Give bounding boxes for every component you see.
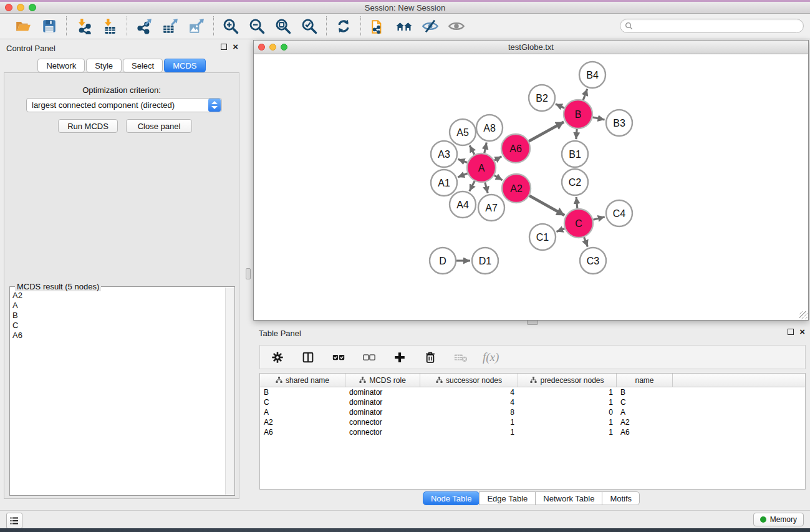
memory-button[interactable]: Memory (753, 513, 804, 526)
save-session-icon[interactable] (41, 17, 58, 35)
zoom-out-icon[interactable] (248, 17, 266, 35)
mcds-result-item[interactable]: C (11, 321, 224, 331)
search-input[interactable] (633, 21, 803, 32)
graph-edge-A2-C[interactable] (529, 196, 564, 216)
graph-edge-A6-B[interactable] (529, 122, 564, 142)
table-cell[interactable]: 4 (420, 387, 518, 397)
zoom-in-icon[interactable] (222, 17, 239, 35)
run-mcds-button[interactable]: Run MCDS (58, 119, 118, 133)
tab-network-table[interactable]: Network Table (535, 491, 602, 505)
table-cell[interactable]: A6 (260, 427, 345, 437)
graph-edge-A-A2[interactable] (494, 175, 503, 180)
table-cell[interactable]: 1 (518, 397, 617, 407)
export-table-icon[interactable] (162, 17, 179, 35)
export-network-icon[interactable] (135, 17, 153, 35)
graph-edge-B-B4[interactable] (583, 89, 587, 100)
float-table-panel-icon[interactable] (788, 329, 794, 335)
result-scrollbar[interactable] (225, 288, 234, 495)
optimization-criterion-select[interactable]: largest connected component (directed) (26, 98, 222, 112)
column-header-name[interactable]: name (617, 374, 673, 387)
network-canvas[interactable]: B4B2BB3A5A8A6A3AB1A1A2C2A4A7C4CC1C3DD1 (254, 54, 808, 320)
table-cell[interactable]: A2 (260, 417, 345, 427)
graph-edge-A-A3[interactable] (458, 159, 468, 162)
network-window-titlebar[interactable]: testGlobe.txt (254, 41, 808, 54)
table-settings-icon[interactable] (269, 349, 286, 366)
column-layout-icon[interactable] (299, 349, 317, 366)
export-image-icon[interactable] (188, 17, 205, 35)
table-row[interactable]: A6connector11A6 (260, 427, 805, 437)
window-titlebar[interactable]: Session: New Session (0, 2, 810, 14)
vertical-splitter-handle[interactable] (246, 268, 251, 279)
table-cell[interactable]: 1 (420, 417, 518, 427)
first-neighbors-icon[interactable] (395, 17, 413, 35)
open-session-icon[interactable] (14, 17, 32, 35)
table-cell[interactable]: 8 (420, 407, 518, 417)
table-cell[interactable]: A6 (617, 427, 673, 437)
zoom-fit-icon[interactable] (274, 17, 292, 35)
select-all-columns-icon[interactable] (330, 349, 347, 366)
search-box[interactable] (620, 19, 804, 33)
create-column-icon[interactable] (391, 349, 408, 366)
table-cell[interactable]: C (260, 397, 345, 407)
table-cell[interactable]: A (617, 407, 673, 417)
table-cell[interactable]: A2 (617, 417, 673, 427)
table-row[interactable]: A2connector11A2 (260, 417, 805, 427)
table-cell[interactable]: dominator (345, 387, 420, 397)
column-header-predecessor-nodes[interactable]: predecessor nodes (518, 374, 617, 387)
table-cell[interactable]: B (617, 387, 673, 397)
tab-motifs[interactable]: Motifs (602, 491, 640, 505)
tab-select[interactable]: Select (123, 59, 163, 72)
tab-style[interactable]: Style (86, 59, 122, 72)
window-resize-grip[interactable] (799, 311, 808, 319)
graph-edge-C-C1[interactable] (556, 229, 564, 232)
graph-edge-B-B2[interactable] (556, 104, 564, 108)
table-cell[interactable]: 1 (518, 427, 617, 437)
graph-edge-C-C4[interactable] (593, 217, 604, 220)
show-all-icon[interactable] (448, 17, 465, 35)
table-cell[interactable]: connector (345, 417, 420, 427)
close-panel-button[interactable]: Close panel (126, 119, 192, 133)
graph-edge-A-A4[interactable] (470, 181, 475, 191)
graph-edge-A-A7[interactable] (485, 182, 488, 193)
graph-edge-B-B3[interactable] (592, 117, 604, 120)
table-cell[interactable]: 0 (518, 407, 617, 417)
hide-selection-icon[interactable] (422, 17, 439, 35)
table-cell[interactable]: B (260, 387, 345, 397)
table-cell[interactable]: 1 (518, 387, 617, 397)
refresh-icon[interactable] (335, 17, 352, 35)
zoom-selected-icon[interactable] (301, 17, 318, 35)
mcds-result-item[interactable]: A (11, 301, 224, 311)
float-panel-icon[interactable] (221, 44, 227, 50)
tab-edge-table[interactable]: Edge Table (479, 491, 536, 505)
mcds-result-item[interactable]: A2 (11, 291, 224, 301)
table-cell[interactable]: 1 (518, 417, 617, 427)
close-table-panel-icon[interactable]: × (799, 329, 805, 335)
new-network-from-file-icon[interactable] (369, 17, 387, 35)
table-cell[interactable]: 1 (420, 427, 518, 437)
graph-edge-A-A8[interactable] (485, 143, 486, 153)
graph-edge-B-B1[interactable] (576, 129, 577, 139)
table-row[interactable]: Adominator80A (260, 407, 805, 417)
close-panel-icon[interactable]: × (233, 44, 238, 50)
table-row[interactable]: Bdominator41B (260, 387, 805, 397)
mcds-result-item[interactable]: A6 (11, 331, 224, 341)
graph-edge-C-C2[interactable] (576, 197, 577, 208)
tab-node-table[interactable]: Node Table (423, 491, 480, 505)
column-header-successor-nodes[interactable]: successor nodes (420, 374, 518, 387)
task-history-button[interactable] (6, 513, 22, 529)
table-cell[interactable]: dominator (345, 407, 420, 417)
unselect-all-columns-icon[interactable] (360, 349, 378, 366)
table-cell[interactable]: connector (345, 427, 420, 437)
table-cell[interactable]: A (260, 407, 345, 417)
graph-edge-A-A5[interactable] (470, 145, 475, 155)
table-cell[interactable]: C (617, 397, 673, 407)
graph-edge-A-A1[interactable] (458, 173, 467, 177)
tab-mcds[interactable]: MCDS (164, 59, 205, 72)
mcds-result-item[interactable]: B (11, 311, 224, 321)
column-header-shared-name[interactable]: shared name (260, 374, 345, 387)
graph-edge-A-A6[interactable] (494, 157, 501, 160)
import-network-icon[interactable] (75, 17, 92, 35)
column-header-MCDS-role[interactable]: MCDS role (345, 374, 420, 387)
delete-column-icon[interactable] (422, 349, 439, 366)
import-table-icon[interactable] (101, 17, 118, 35)
